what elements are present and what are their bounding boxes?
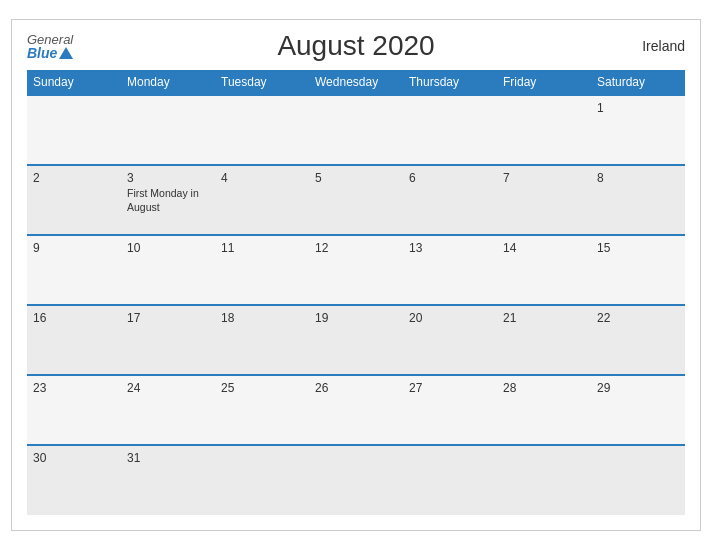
day-number: 7 bbox=[503, 171, 585, 185]
calendar-cell bbox=[403, 95, 497, 165]
calendar-cell bbox=[121, 95, 215, 165]
day-number: 28 bbox=[503, 381, 585, 395]
calendar-cell: 2 bbox=[27, 165, 121, 235]
day-number: 19 bbox=[315, 311, 397, 325]
day-number: 6 bbox=[409, 171, 491, 185]
weekday-header-friday: Friday bbox=[497, 70, 591, 95]
day-number: 22 bbox=[597, 311, 679, 325]
day-number: 11 bbox=[221, 241, 303, 255]
calendar-cell: 5 bbox=[309, 165, 403, 235]
logo-general-text: General bbox=[27, 33, 73, 46]
calendar-cell bbox=[309, 95, 403, 165]
calendar-cell: 28 bbox=[497, 375, 591, 445]
calendar-cell bbox=[497, 445, 591, 515]
calendar-cell: 10 bbox=[121, 235, 215, 305]
calendar-cell: 22 bbox=[591, 305, 685, 375]
calendar-cell: 21 bbox=[497, 305, 591, 375]
calendar-cell: 20 bbox=[403, 305, 497, 375]
calendar-cell: 17 bbox=[121, 305, 215, 375]
calendar-cell: 8 bbox=[591, 165, 685, 235]
day-number: 15 bbox=[597, 241, 679, 255]
calendar-cell: 11 bbox=[215, 235, 309, 305]
day-number: 30 bbox=[33, 451, 115, 465]
day-number: 16 bbox=[33, 311, 115, 325]
weekday-header-sunday: Sunday bbox=[27, 70, 121, 95]
calendar-cell: 29 bbox=[591, 375, 685, 445]
calendar-title: August 2020 bbox=[277, 30, 434, 62]
day-number: 14 bbox=[503, 241, 585, 255]
calendar-cell: 27 bbox=[403, 375, 497, 445]
calendar-cell bbox=[309, 445, 403, 515]
calendar-cell: 14 bbox=[497, 235, 591, 305]
day-number: 25 bbox=[221, 381, 303, 395]
calendar-week-row: 9101112131415 bbox=[27, 235, 685, 305]
calendar-cell: 19 bbox=[309, 305, 403, 375]
logo-blue-text: Blue bbox=[27, 46, 57, 60]
calendar-cell: 31 bbox=[121, 445, 215, 515]
calendar-cell: 25 bbox=[215, 375, 309, 445]
calendar-week-row: 23First Monday in August45678 bbox=[27, 165, 685, 235]
day-number: 5 bbox=[315, 171, 397, 185]
day-number: 10 bbox=[127, 241, 209, 255]
weekday-header-saturday: Saturday bbox=[591, 70, 685, 95]
day-number: 9 bbox=[33, 241, 115, 255]
calendar-cell: 15 bbox=[591, 235, 685, 305]
calendar-cell bbox=[27, 95, 121, 165]
weekday-header-monday: Monday bbox=[121, 70, 215, 95]
calendar-cell: 16 bbox=[27, 305, 121, 375]
weekday-header-tuesday: Tuesday bbox=[215, 70, 309, 95]
calendar-header: General Blue August 2020 Ireland bbox=[27, 30, 685, 62]
day-number: 24 bbox=[127, 381, 209, 395]
calendar-cell: 12 bbox=[309, 235, 403, 305]
day-number: 20 bbox=[409, 311, 491, 325]
day-number: 13 bbox=[409, 241, 491, 255]
day-number: 3 bbox=[127, 171, 209, 185]
day-number: 27 bbox=[409, 381, 491, 395]
calendar-cell bbox=[215, 445, 309, 515]
weekday-header-thursday: Thursday bbox=[403, 70, 497, 95]
day-number: 29 bbox=[597, 381, 679, 395]
calendar-week-row: 16171819202122 bbox=[27, 305, 685, 375]
day-number: 26 bbox=[315, 381, 397, 395]
logo-triangle-icon bbox=[59, 47, 73, 59]
logo: General Blue bbox=[27, 33, 73, 60]
day-number: 4 bbox=[221, 171, 303, 185]
calendar-thead: SundayMondayTuesdayWednesdayThursdayFrid… bbox=[27, 70, 685, 95]
day-number: 1 bbox=[597, 101, 679, 115]
calendar-body: 123First Monday in August456789101112131… bbox=[27, 95, 685, 515]
calendar-cell: 3First Monday in August bbox=[121, 165, 215, 235]
calendar-table: SundayMondayTuesdayWednesdayThursdayFrid… bbox=[27, 70, 685, 515]
calendar-cell: 6 bbox=[403, 165, 497, 235]
calendar-cell: 1 bbox=[591, 95, 685, 165]
weekday-header-wednesday: Wednesday bbox=[309, 70, 403, 95]
calendar-cell: 24 bbox=[121, 375, 215, 445]
calendar-week-row: 23242526272829 bbox=[27, 375, 685, 445]
calendar-cell bbox=[497, 95, 591, 165]
weekday-header-row: SundayMondayTuesdayWednesdayThursdayFrid… bbox=[27, 70, 685, 95]
calendar-cell bbox=[591, 445, 685, 515]
calendar-cell: 18 bbox=[215, 305, 309, 375]
day-number: 23 bbox=[33, 381, 115, 395]
day-number: 12 bbox=[315, 241, 397, 255]
calendar-cell: 4 bbox=[215, 165, 309, 235]
calendar-cell: 23 bbox=[27, 375, 121, 445]
day-number: 8 bbox=[597, 171, 679, 185]
calendar-cell bbox=[215, 95, 309, 165]
day-number: 2 bbox=[33, 171, 115, 185]
country-label: Ireland bbox=[642, 38, 685, 54]
calendar-week-row: 3031 bbox=[27, 445, 685, 515]
calendar: General Blue August 2020 Ireland SundayM… bbox=[11, 19, 701, 531]
calendar-cell bbox=[403, 445, 497, 515]
calendar-week-row: 1 bbox=[27, 95, 685, 165]
calendar-cell: 30 bbox=[27, 445, 121, 515]
calendar-cell: 26 bbox=[309, 375, 403, 445]
calendar-cell: 13 bbox=[403, 235, 497, 305]
calendar-cell: 7 bbox=[497, 165, 591, 235]
day-number: 17 bbox=[127, 311, 209, 325]
day-number: 31 bbox=[127, 451, 209, 465]
event-label: First Monday in August bbox=[127, 187, 209, 214]
day-number: 21 bbox=[503, 311, 585, 325]
logo-line: Blue bbox=[27, 46, 73, 60]
day-number: 18 bbox=[221, 311, 303, 325]
calendar-cell: 9 bbox=[27, 235, 121, 305]
